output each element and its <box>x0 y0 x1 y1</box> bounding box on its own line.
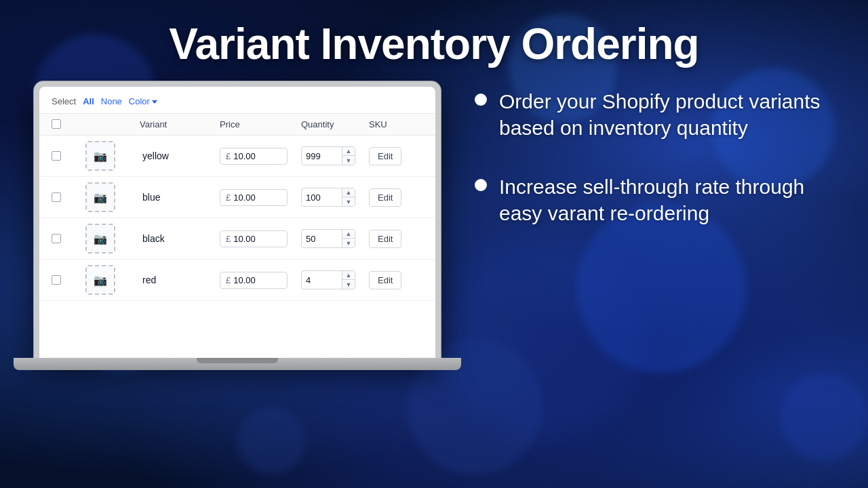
edit-button-2[interactable]: Edit <box>369 230 401 248</box>
laptop-wrapper: Select All None Color <box>27 81 448 370</box>
price-input-0[interactable]: £ 10.00 <box>220 148 288 165</box>
row-checkbox-2[interactable] <box>52 234 61 243</box>
currency-symbol-1: £ <box>226 192 231 203</box>
price-cell-1: £ 10.00 <box>220 189 301 206</box>
qty-cell-3: 4 ▲ ▼ <box>301 270 369 289</box>
price-input-2[interactable]: £ 10.00 <box>220 230 288 247</box>
row-checkbox-1[interactable] <box>52 192 61 202</box>
screen-inner: Select All None Color <box>39 87 435 358</box>
qty-value-3: 4 <box>302 272 342 288</box>
laptop-screen: Select All None Color <box>34 81 441 358</box>
all-link[interactable]: All <box>83 96 94 106</box>
row-thumb-1: 📷 <box>85 182 140 212</box>
row-thumb-3: 📷 <box>85 265 140 295</box>
table-row: 📷 yellow £ 10.00 999 ▲ ▼ <box>39 136 435 177</box>
price-value-0: 10.00 <box>233 151 256 161</box>
edit-button-3[interactable]: Edit <box>369 271 401 289</box>
row-check-3 <box>52 275 85 285</box>
variant-thumbnail-1: 📷 <box>85 182 115 212</box>
price-cell-0: £ 10.00 <box>220 148 301 165</box>
price-input-1[interactable]: £ 10.00 <box>220 189 288 206</box>
variant-name-0: yellow <box>140 150 220 161</box>
price-value-2: 10.00 <box>233 234 256 244</box>
bullet-text-0: Order your Shopify product variants base… <box>499 88 841 141</box>
qty-spinners-1: ▲ ▼ <box>342 188 355 206</box>
qty-increment-1[interactable]: ▲ <box>342 188 355 197</box>
qty-input-3[interactable]: 4 ▲ ▼ <box>301 270 355 289</box>
th-checkbox <box>52 119 85 129</box>
row-thumb-0: 📷 <box>85 141 140 171</box>
image-icon-1: 📷 <box>94 191 107 204</box>
bullet-dot-1 <box>475 179 487 191</box>
row-checkbox-3[interactable] <box>52 275 61 285</box>
qty-decrement-0[interactable]: ▼ <box>342 156 355 165</box>
select-label: Select <box>52 96 76 106</box>
bullet-dot-0 <box>475 94 487 106</box>
row-check-2 <box>52 234 85 243</box>
qty-decrement-1[interactable]: ▼ <box>342 197 355 206</box>
qty-cell-1: 100 ▲ ▼ <box>301 188 369 207</box>
price-cell-3: £ 10.00 <box>220 272 301 289</box>
th-price: Price <box>220 119 301 129</box>
row-check-1 <box>52 192 85 202</box>
th-sku: SKU <box>369 119 423 129</box>
image-icon-3: 📷 <box>94 274 107 287</box>
price-cell-2: £ 10.00 <box>220 230 301 247</box>
qty-increment-3[interactable]: ▲ <box>342 271 355 280</box>
app-ui: Select All None Color <box>39 87 435 301</box>
qty-cell-0: 999 ▲ ▼ <box>301 146 369 165</box>
th-quantity: Quantity <box>301 119 369 129</box>
variant-name-2: black <box>140 233 220 244</box>
edit-cell-3: Edit <box>369 271 423 289</box>
qty-value-2: 50 <box>302 231 342 247</box>
laptop-base <box>14 358 461 370</box>
page-title: Variant Inventory Ordering <box>27 19 841 69</box>
right-panel: Order your Shopify product variants base… <box>475 81 841 259</box>
variant-thumbnail-3: 📷 <box>85 265 115 295</box>
currency-symbol-0: £ <box>226 151 231 161</box>
table-row: 📷 blue £ 10.00 100 ▲ ▼ <box>39 177 435 218</box>
qty-value-0: 999 <box>302 148 342 164</box>
qty-input-0[interactable]: 999 ▲ ▼ <box>301 146 355 165</box>
edit-cell-1: Edit <box>369 188 423 207</box>
qty-spinners-2: ▲ ▼ <box>342 230 355 247</box>
price-value-1: 10.00 <box>233 192 256 203</box>
page-content: Variant Inventory Ordering Select All No… <box>0 0 868 488</box>
qty-spinners-0: ▲ ▼ <box>342 147 355 165</box>
table-row: 📷 red £ 10.00 4 ▲ ▼ Ed <box>39 260 435 301</box>
image-icon-0: 📷 <box>94 150 107 163</box>
row-thumb-2: 📷 <box>85 224 140 253</box>
qty-decrement-3[interactable]: ▼ <box>342 280 355 289</box>
variant-name-1: blue <box>140 192 220 203</box>
table-body: 📷 yellow £ 10.00 999 ▲ ▼ <box>39 136 435 301</box>
price-value-3: 10.00 <box>233 275 256 285</box>
variant-thumbnail-2: 📷 <box>85 224 115 253</box>
qty-decrement-2[interactable]: ▼ <box>342 239 355 247</box>
th-variant: Variant <box>140 119 220 129</box>
row-checkbox-0[interactable] <box>52 151 61 161</box>
none-link[interactable]: None <box>101 96 122 106</box>
edit-button-1[interactable]: Edit <box>369 188 401 207</box>
variant-name-3: red <box>140 274 220 285</box>
currency-symbol-2: £ <box>226 234 231 244</box>
chevron-down-icon <box>152 100 157 104</box>
table-header: Variant Price Quantity SKU <box>39 114 435 136</box>
qty-increment-0[interactable]: ▲ <box>342 147 355 156</box>
qty-increment-2[interactable]: ▲ <box>342 230 355 239</box>
edit-button-0[interactable]: Edit <box>369 147 401 165</box>
qty-value-1: 100 <box>302 190 342 205</box>
feature-list: Order your Shopify product variants base… <box>475 88 841 226</box>
qty-input-1[interactable]: 100 ▲ ▼ <box>301 188 355 207</box>
qty-input-2[interactable]: 50 ▲ ▼ <box>301 229 355 248</box>
variant-thumbnail-0: 📷 <box>85 141 115 171</box>
image-icon-2: 📷 <box>94 232 107 245</box>
color-filter-button[interactable]: Color <box>129 96 157 106</box>
qty-cell-2: 50 ▲ ▼ <box>301 229 369 248</box>
title-bar: Variant Inventory Ordering <box>0 0 868 81</box>
row-check-0 <box>52 151 85 161</box>
bullet-item-0: Order your Shopify product variants base… <box>475 88 841 141</box>
edit-cell-2: Edit <box>369 230 423 248</box>
qty-spinners-3: ▲ ▼ <box>342 271 355 289</box>
price-input-3[interactable]: £ 10.00 <box>220 272 288 289</box>
header-checkbox[interactable] <box>52 119 61 129</box>
